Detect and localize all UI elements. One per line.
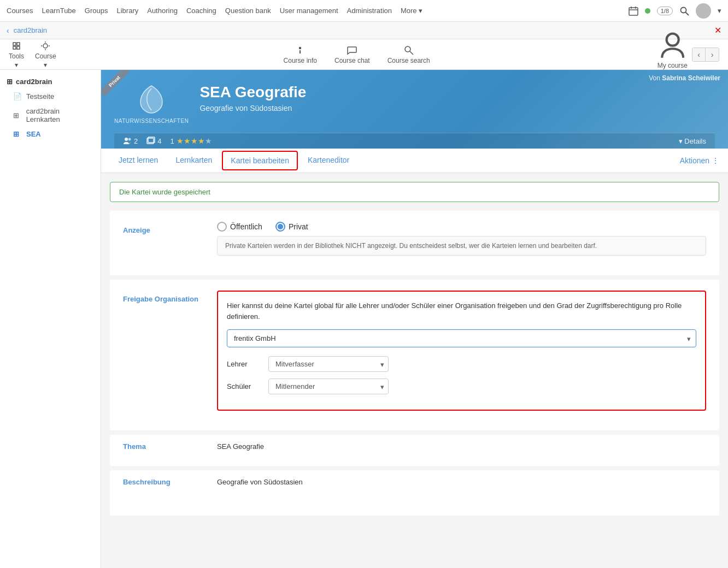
thema-row: Thema SEA Geografie <box>123 442 706 458</box>
banner-content: NATURWISSENSCHAFTEN SEA Geografie Geogra… <box>114 83 715 133</box>
beschreibung-section: Beschreibung Geografie von Südostasien <box>110 470 719 516</box>
nav-more[interactable]: More ▾ <box>401 7 422 15</box>
cards-count: 4 <box>157 137 161 145</box>
nav-courses[interactable]: Courses <box>7 7 33 15</box>
cards-stat: 4 <box>146 137 161 145</box>
course-search-button[interactable]: Course search <box>388 45 430 64</box>
details-button[interactable]: ▾ Details <box>679 137 706 145</box>
tab-karteneditor[interactable]: Karteneditor <box>299 149 358 172</box>
freigabe-section: Freigabe Organisation Hier kannst du dei… <box>110 280 719 430</box>
tools-label: Tools <box>9 52 24 60</box>
freigabe-row: Freigabe Organisation Hier kannst du dei… <box>123 291 706 411</box>
nav-learntube[interactable]: LearnTube <box>42 7 75 15</box>
sidebar-item-label: SEA <box>26 130 41 138</box>
beschreibung-row: Beschreibung Geografie von Südostasien <box>123 478 706 494</box>
sidebar-section-title: card2brain <box>16 78 52 86</box>
search-icon[interactable] <box>679 6 689 16</box>
rating-stat: 1 ★★★★★ <box>170 137 212 145</box>
tab-jetzt-lernen[interactable]: Jetzt lernen <box>110 149 167 172</box>
prev-arrow[interactable]: ‹ <box>692 48 706 61</box>
avatar[interactable] <box>696 3 711 19</box>
cards-icon <box>146 137 155 145</box>
radio-public-label: Öffentlich <box>230 222 262 231</box>
author-credit: Von Sabrina Scheiwiler <box>649 74 720 82</box>
sidebar: ⊞ card2brain 📄 Testseite ⊞ card2brain Le… <box>0 70 101 568</box>
author-name: Sabrina Scheiwiler <box>662 74 720 82</box>
nav-user-management[interactable]: User management <box>280 7 338 15</box>
tab-kartei-bearbeiten[interactable]: Kartei bearbeiten <box>222 151 298 170</box>
svg-rect-0 <box>629 8 638 15</box>
breadcrumb[interactable]: card2brain <box>14 26 47 34</box>
svg-point-7 <box>300 47 301 49</box>
rating-count: 1 <box>170 137 174 145</box>
svg-point-11 <box>666 33 678 45</box>
lehrer-row: Lehrer Mitverfasser ▾ <box>227 356 696 372</box>
nav-question-bank[interactable]: Question bank <box>225 7 271 15</box>
grid-icon-active: ⊞ <box>13 130 22 138</box>
course-info-button[interactable]: Course info <box>284 45 317 64</box>
back-arrow[interactable]: ‹ <box>7 26 9 35</box>
privat-badge-wrapper: Privat <box>101 70 134 103</box>
top-navigation: Courses LearnTube Groups Library Authori… <box>0 0 728 22</box>
course-chat-button[interactable]: Course chat <box>334 45 370 64</box>
next-arrow[interactable]: › <box>706 48 719 61</box>
lehrer-select[interactable]: Mitverfasser <box>268 356 389 372</box>
nav-groups[interactable]: Groups <box>85 7 108 15</box>
svg-point-4 <box>681 7 686 13</box>
sidebar-item-label: Testseite <box>26 92 54 100</box>
users-stat: 2 <box>123 137 138 145</box>
nav-arrows: ‹ › <box>692 48 719 62</box>
org-select-wrapper: frentix GmbH ▾ <box>227 329 696 347</box>
sidebar-item-testseite[interactable]: 📄 Testseite <box>0 89 101 104</box>
chevron-down-icon[interactable]: ▾ <box>718 7 721 15</box>
radio-private-label: Privat <box>289 222 308 231</box>
anzeige-section: Anzeige Öffentlich Privat Private Kartei… <box>110 211 719 275</box>
radio-private[interactable]: Privat <box>275 222 308 232</box>
radio-public[interactable]: Öffentlich <box>217 222 262 232</box>
course-menu[interactable]: Course ▾ <box>35 40 56 69</box>
beschreibung-value: Geografie von Südostasien <box>217 478 706 486</box>
my-course-label: My course <box>657 62 688 69</box>
sidebar-item-lernkarten[interactable]: ⊞ card2brain Lernkarten <box>0 104 101 127</box>
tab-lernkarten[interactable]: Lernkarten <box>167 149 221 172</box>
privat-badge: Privat <box>101 70 130 97</box>
sidebar-item-sea[interactable]: ⊞ SEA <box>0 127 101 141</box>
sidebar-item-label: card2brain Lernkarten <box>26 107 94 123</box>
calendar-icon[interactable] <box>629 6 638 16</box>
visibility-radio-group: Öffentlich Privat <box>217 222 706 232</box>
banner-stats: 2 4 1 ★★★★★ <box>123 137 212 145</box>
page-icon: 📄 <box>13 92 22 100</box>
lehrer-select-wrapper: Mitverfasser ▾ <box>268 356 389 372</box>
course-tabs: Jetzt lernen Lernkarten Kartei bearbeite… <box>101 149 728 173</box>
course-toolbar: Tools ▾ Course ▾ Course info Course chat <box>0 39 728 70</box>
radio-circle-public <box>217 222 227 232</box>
progress-badge: 1/8 <box>657 7 673 15</box>
course-label: Course <box>35 52 56 60</box>
nav-administration[interactable]: Administration <box>347 7 392 15</box>
thema-value: SEA Geografie <box>217 442 706 451</box>
leaf-icon <box>135 83 168 116</box>
grid-icon: ⊞ <box>13 111 22 120</box>
nav-authoring[interactable]: Authoring <box>147 7 178 15</box>
svg-point-9 <box>405 46 410 52</box>
author-label: Von <box>649 74 660 82</box>
svg-point-13 <box>128 138 131 141</box>
tools-chevron: ▾ <box>15 61 18 69</box>
banner-title-area: SEA Geografie Geografie von Südostasien <box>199 83 715 113</box>
freigabe-description: Hier kannst du deine Kartei global für a… <box>227 300 696 322</box>
save-message: Die Kartei wurde gespeichert <box>119 188 210 196</box>
radio-circle-private <box>275 222 285 232</box>
nav-library[interactable]: Library <box>116 7 138 15</box>
lehrer-label: Lehrer <box>227 360 260 368</box>
status-dot <box>645 8 650 14</box>
course-search-label: Course search <box>388 57 430 64</box>
course-chevron: ▾ <box>44 61 47 69</box>
aktionen-button[interactable]: Aktionen ⋮ <box>680 156 719 165</box>
org-select[interactable]: frentix GmbH <box>227 329 696 347</box>
schueler-row: Schüler Mitlernender ▾ <box>227 378 696 394</box>
schueler-select[interactable]: Mitlernender <box>268 378 389 394</box>
schueler-label: Schüler <box>227 382 260 390</box>
tools-menu[interactable]: Tools ▾ <box>9 40 24 69</box>
nav-coaching[interactable]: Coaching <box>186 7 216 15</box>
anzeige-label: Anzeige <box>123 222 199 256</box>
